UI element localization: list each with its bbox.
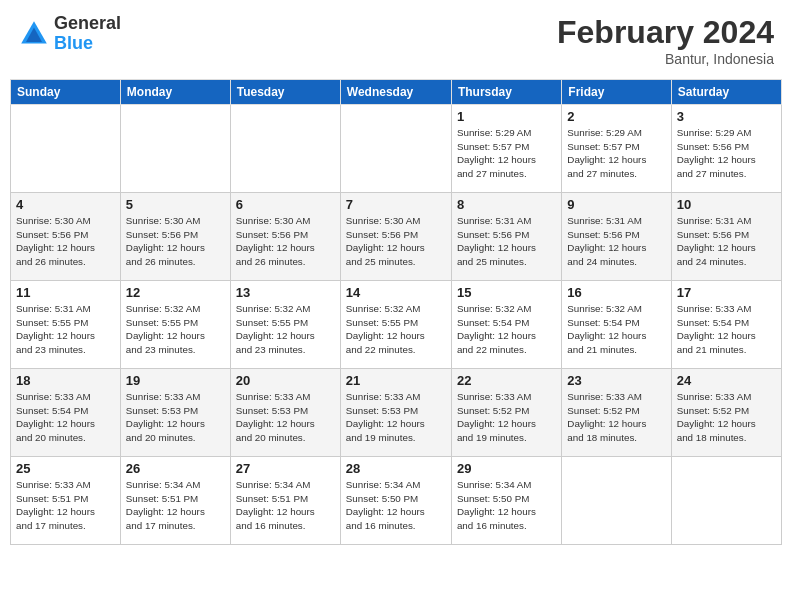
day-info: Sunrise: 5:34 AM Sunset: 5:50 PM Dayligh… [457,478,556,533]
calendar-day-cell: 27Sunrise: 5:34 AM Sunset: 5:51 PM Dayli… [230,457,340,545]
header-col-wednesday: Wednesday [340,80,451,105]
day-info: Sunrise: 5:29 AM Sunset: 5:57 PM Dayligh… [457,126,556,181]
subtitle: Bantur, Indonesia [557,51,774,67]
calendar-day-cell: 2Sunrise: 5:29 AM Sunset: 5:57 PM Daylig… [562,105,671,193]
day-number: 28 [346,461,446,476]
month-title: February 2024 [557,14,774,51]
day-number: 13 [236,285,335,300]
day-info: Sunrise: 5:30 AM Sunset: 5:56 PM Dayligh… [346,214,446,269]
day-number: 24 [677,373,776,388]
day-number: 21 [346,373,446,388]
calendar-day-cell: 28Sunrise: 5:34 AM Sunset: 5:50 PM Dayli… [340,457,451,545]
day-number: 10 [677,197,776,212]
header-col-friday: Friday [562,80,671,105]
calendar-day-cell: 24Sunrise: 5:33 AM Sunset: 5:52 PM Dayli… [671,369,781,457]
day-number: 3 [677,109,776,124]
day-info: Sunrise: 5:33 AM Sunset: 5:53 PM Dayligh… [236,390,335,445]
day-number: 25 [16,461,115,476]
day-info: Sunrise: 5:29 AM Sunset: 5:56 PM Dayligh… [677,126,776,181]
calendar-week-row: 18Sunrise: 5:33 AM Sunset: 5:54 PM Dayli… [11,369,782,457]
day-number: 29 [457,461,556,476]
calendar-day-cell: 13Sunrise: 5:32 AM Sunset: 5:55 PM Dayli… [230,281,340,369]
day-number: 27 [236,461,335,476]
calendar-day-cell: 25Sunrise: 5:33 AM Sunset: 5:51 PM Dayli… [11,457,121,545]
day-info: Sunrise: 5:33 AM Sunset: 5:53 PM Dayligh… [346,390,446,445]
day-number: 20 [236,373,335,388]
calendar-week-row: 1Sunrise: 5:29 AM Sunset: 5:57 PM Daylig… [11,105,782,193]
day-info: Sunrise: 5:33 AM Sunset: 5:51 PM Dayligh… [16,478,115,533]
day-info: Sunrise: 5:32 AM Sunset: 5:55 PM Dayligh… [236,302,335,357]
day-number: 12 [126,285,225,300]
day-info: Sunrise: 5:30 AM Sunset: 5:56 PM Dayligh… [236,214,335,269]
day-info: Sunrise: 5:32 AM Sunset: 5:55 PM Dayligh… [126,302,225,357]
calendar-table: SundayMondayTuesdayWednesdayThursdayFrid… [10,79,782,545]
calendar-day-cell [230,105,340,193]
day-info: Sunrise: 5:34 AM Sunset: 5:50 PM Dayligh… [346,478,446,533]
calendar-day-cell: 20Sunrise: 5:33 AM Sunset: 5:53 PM Dayli… [230,369,340,457]
day-number: 23 [567,373,665,388]
calendar-day-cell [11,105,121,193]
header-col-thursday: Thursday [451,80,561,105]
calendar-header-row: SundayMondayTuesdayWednesdayThursdayFrid… [11,80,782,105]
day-info: Sunrise: 5:33 AM Sunset: 5:52 PM Dayligh… [457,390,556,445]
header-col-sunday: Sunday [11,80,121,105]
header-col-monday: Monday [120,80,230,105]
calendar-day-cell: 29Sunrise: 5:34 AM Sunset: 5:50 PM Dayli… [451,457,561,545]
calendar-week-row: 4Sunrise: 5:30 AM Sunset: 5:56 PM Daylig… [11,193,782,281]
calendar-day-cell: 23Sunrise: 5:33 AM Sunset: 5:52 PM Dayli… [562,369,671,457]
day-info: Sunrise: 5:33 AM Sunset: 5:54 PM Dayligh… [677,302,776,357]
day-number: 15 [457,285,556,300]
calendar-week-row: 11Sunrise: 5:31 AM Sunset: 5:55 PM Dayli… [11,281,782,369]
calendar-day-cell: 18Sunrise: 5:33 AM Sunset: 5:54 PM Dayli… [11,369,121,457]
logo-text: General Blue [54,14,121,54]
day-info: Sunrise: 5:29 AM Sunset: 5:57 PM Dayligh… [567,126,665,181]
day-number: 7 [346,197,446,212]
day-info: Sunrise: 5:34 AM Sunset: 5:51 PM Dayligh… [236,478,335,533]
day-info: Sunrise: 5:30 AM Sunset: 5:56 PM Dayligh… [16,214,115,269]
day-number: 8 [457,197,556,212]
day-number: 19 [126,373,225,388]
day-info: Sunrise: 5:33 AM Sunset: 5:52 PM Dayligh… [677,390,776,445]
day-info: Sunrise: 5:32 AM Sunset: 5:55 PM Dayligh… [346,302,446,357]
calendar-day-cell: 19Sunrise: 5:33 AM Sunset: 5:53 PM Dayli… [120,369,230,457]
day-info: Sunrise: 5:33 AM Sunset: 5:53 PM Dayligh… [126,390,225,445]
calendar-week-row: 25Sunrise: 5:33 AM Sunset: 5:51 PM Dayli… [11,457,782,545]
logo: General Blue [18,14,121,54]
calendar-day-cell: 5Sunrise: 5:30 AM Sunset: 5:56 PM Daylig… [120,193,230,281]
day-info: Sunrise: 5:30 AM Sunset: 5:56 PM Dayligh… [126,214,225,269]
calendar-day-cell [671,457,781,545]
day-info: Sunrise: 5:31 AM Sunset: 5:56 PM Dayligh… [677,214,776,269]
day-number: 9 [567,197,665,212]
day-number: 6 [236,197,335,212]
day-number: 4 [16,197,115,212]
calendar-day-cell: 21Sunrise: 5:33 AM Sunset: 5:53 PM Dayli… [340,369,451,457]
logo-icon [18,18,50,50]
day-number: 26 [126,461,225,476]
day-number: 2 [567,109,665,124]
calendar-day-cell: 7Sunrise: 5:30 AM Sunset: 5:56 PM Daylig… [340,193,451,281]
calendar-day-cell [340,105,451,193]
day-number: 18 [16,373,115,388]
header-col-saturday: Saturday [671,80,781,105]
calendar-day-cell: 10Sunrise: 5:31 AM Sunset: 5:56 PM Dayli… [671,193,781,281]
calendar-day-cell: 26Sunrise: 5:34 AM Sunset: 5:51 PM Dayli… [120,457,230,545]
calendar-day-cell: 1Sunrise: 5:29 AM Sunset: 5:57 PM Daylig… [451,105,561,193]
day-info: Sunrise: 5:34 AM Sunset: 5:51 PM Dayligh… [126,478,225,533]
calendar-day-cell [562,457,671,545]
calendar-day-cell: 9Sunrise: 5:31 AM Sunset: 5:56 PM Daylig… [562,193,671,281]
header-col-tuesday: Tuesday [230,80,340,105]
calendar-day-cell: 12Sunrise: 5:32 AM Sunset: 5:55 PM Dayli… [120,281,230,369]
day-info: Sunrise: 5:33 AM Sunset: 5:54 PM Dayligh… [16,390,115,445]
calendar-day-cell: 22Sunrise: 5:33 AM Sunset: 5:52 PM Dayli… [451,369,561,457]
logo-blue: Blue [54,34,121,54]
day-number: 14 [346,285,446,300]
header: General Blue February 2024 Bantur, Indon… [10,10,782,71]
day-number: 17 [677,285,776,300]
calendar-day-cell: 6Sunrise: 5:30 AM Sunset: 5:56 PM Daylig… [230,193,340,281]
calendar-day-cell: 17Sunrise: 5:33 AM Sunset: 5:54 PM Dayli… [671,281,781,369]
day-number: 16 [567,285,665,300]
calendar-day-cell: 16Sunrise: 5:32 AM Sunset: 5:54 PM Dayli… [562,281,671,369]
day-number: 5 [126,197,225,212]
day-info: Sunrise: 5:31 AM Sunset: 5:56 PM Dayligh… [457,214,556,269]
calendar-day-cell: 15Sunrise: 5:32 AM Sunset: 5:54 PM Dayli… [451,281,561,369]
